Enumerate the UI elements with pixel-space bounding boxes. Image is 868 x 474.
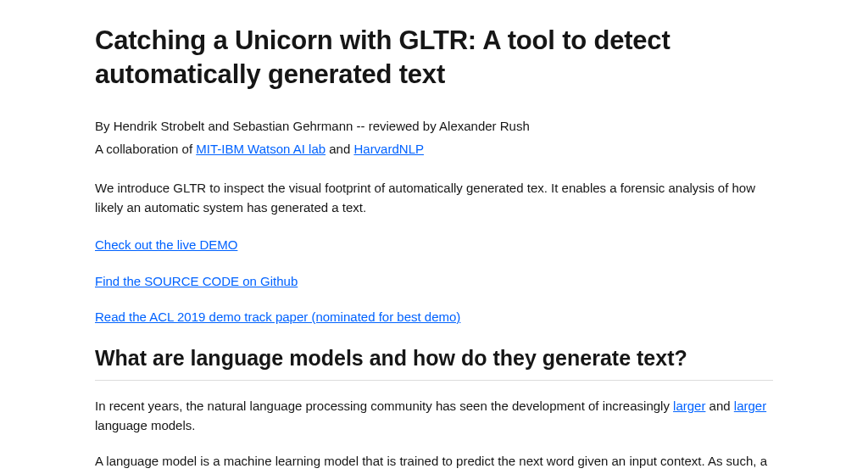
byline: By Hendrik Strobelt and Sebastian Gehrma…	[95, 116, 773, 136]
paper-link[interactable]: Read the ACL 2019 demo track paper (nomi…	[95, 309, 460, 324]
para1-suffix: language models.	[95, 418, 195, 432]
larger-link-2[interactable]: larger	[734, 399, 766, 413]
demo-link[interactable]: Check out the live DEMO	[95, 237, 237, 252]
para1-prefix: In recent years, the natural language pr…	[95, 399, 673, 413]
larger-link-1[interactable]: larger	[673, 399, 705, 413]
intro-paragraph: We introduce GLTR to inspect the visual …	[95, 179, 773, 217]
body-paragraph-2: A language model is a machine learning m…	[95, 451, 773, 474]
collaboration-line: A collaboration of MIT-IBM Watson AI lab…	[95, 139, 773, 159]
source-code-link[interactable]: Find the SOURCE CODE on Github	[95, 274, 298, 288]
collab-link-mit-ibm[interactable]: MIT-IBM Watson AI lab	[196, 142, 326, 156]
collab-link-harvardnlp[interactable]: HarvardNLP	[353, 142, 424, 156]
page-title: Catching a Unicorn with GLTR: A tool to …	[95, 24, 773, 92]
collab-and: and	[326, 142, 353, 156]
section-heading: What are language models and how do they…	[95, 344, 773, 382]
body-paragraph-1: In recent years, the natural language pr…	[95, 396, 773, 436]
collab-prefix: A collaboration of	[95, 142, 196, 156]
para1-and: and	[705, 399, 733, 413]
